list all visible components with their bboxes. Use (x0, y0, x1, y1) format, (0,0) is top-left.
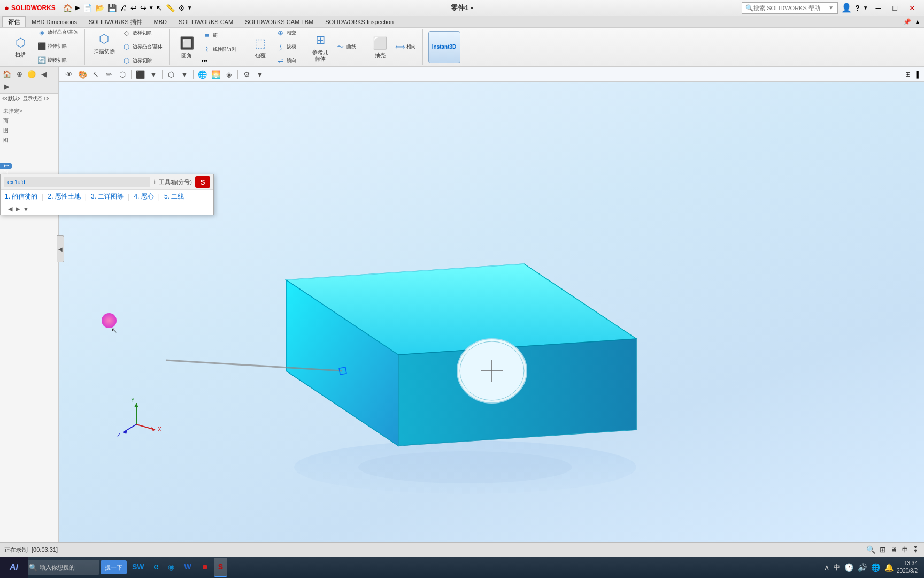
loft-cut-btn[interactable]: ◇ 放样切除 (119, 28, 165, 40)
expand-icon[interactable]: ▶ (74, 3, 81, 12)
zoom-icon[interactable]: 🔍 (866, 545, 875, 554)
tray-chevron-icon[interactable]: ∧ (823, 562, 830, 573)
close-btn[interactable]: ✕ (905, 3, 920, 13)
mirror-btn[interactable]: ⇌ 镜向 (273, 55, 298, 67)
tab-solidworks-cam[interactable]: SOLIDWORKS CAM (173, 16, 239, 27)
panel-next-icon[interactable]: ▶ (1, 80, 13, 92)
result-4[interactable]: 4. 恶心 (134, 192, 153, 201)
wrap-btn[interactable]: ⬚ 包覆 (249, 31, 272, 63)
new-doc-icon[interactable]: 📄 (82, 3, 93, 13)
measure-icon[interactable]: 📏 (165, 3, 176, 13)
settings-dropdown[interactable]: ▼ (187, 5, 192, 11)
direction-btn[interactable]: ⟺ 相向 (393, 41, 418, 54)
view-settings-dropdown[interactable]: ▼ (254, 69, 266, 80)
maximize-btn[interactable]: □ (889, 3, 902, 13)
hide-show-icon[interactable]: 👁 (63, 69, 75, 80)
feature-tab[interactable]: 特1 (0, 163, 12, 169)
viewport-3d[interactable]: X Y Z ↖ (59, 82, 924, 551)
instant3d-btn[interactable]: Instant3D (428, 31, 460, 63)
network-icon[interactable]: 🌐 (870, 562, 881, 573)
decal-icon[interactable]: ◈ (223, 69, 235, 80)
help-icon[interactable]: ? (855, 4, 860, 12)
loft-base-btn[interactable]: ◈ 放样凸台/基体 (34, 28, 80, 39)
mic-icon[interactable]: 🎙 (912, 545, 920, 554)
select-icon[interactable]: ↖ (90, 69, 102, 80)
print-icon[interactable]: 🖨 (119, 3, 128, 13)
pull-cut-btn[interactable]: ⬛ 拉伸切除 (34, 40, 80, 52)
view-mode-icon[interactable]: ⬡ (165, 69, 177, 80)
search-container[interactable]: 🔍 ▼ (742, 2, 838, 14)
tray-clock-icon[interactable]: 🕐 (843, 562, 854, 573)
speaker-icon[interactable]: 🔊 (857, 562, 868, 573)
tab-solidworks-cam-tbm[interactable]: SOLIDWORKS CAM TBM (239, 16, 319, 27)
border-base-btn[interactable]: ⬡ 边界凸台/基体 (119, 41, 165, 54)
autocomplete-input-display[interactable]: ex"tu'd (4, 177, 150, 187)
undo-icon[interactable]: ↩ (129, 3, 138, 13)
panel-prev-icon[interactable]: ◀ (38, 68, 50, 80)
view-settings-icon[interactable]: ⚙ (241, 69, 252, 80)
scan-cut-btn[interactable]: ⬡ 扫描切除 (90, 28, 118, 59)
shell-btn[interactable]: ⬜ 抽壳 (368, 31, 392, 63)
minimize-btn[interactable]: ─ (872, 3, 886, 13)
tab-solidworks-plugins[interactable]: SOLIDWORKS 插件 (83, 16, 148, 27)
fit-icon[interactable]: ⊞ (880, 545, 886, 554)
screen-icon[interactable]: 🖥 (890, 545, 898, 554)
result-3[interactable]: 3. 二详图等 (91, 192, 124, 201)
intersect-btn[interactable]: ⊕ 相交 (273, 28, 298, 40)
line-col-btn[interactable]: ⌇ 线性阵\n列 (199, 43, 238, 56)
tab-solidworks-inspection[interactable]: SOLIDWORKS Inspection (319, 16, 399, 27)
redo-icon[interactable]: ↪ (139, 3, 148, 13)
taskbar-app-ie[interactable]: e (150, 558, 163, 577)
tab-mbd[interactable]: MBD (148, 16, 173, 27)
draft-btn[interactable]: ⟆ 拔模 (273, 41, 298, 54)
border-cut-btn[interactable]: ⬡ 边界切除 (119, 55, 165, 67)
taskbar-search-btn[interactable]: 搜一下 (101, 560, 127, 574)
settings-icon[interactable]: ⚙ (177, 3, 186, 13)
taskbar-app-edge[interactable]: ◉ (164, 558, 179, 577)
solid-display-icon[interactable]: ⬛ (134, 69, 146, 80)
curve-btn[interactable]: 〜 曲线 (333, 41, 358, 54)
open-icon[interactable]: 📂 (94, 3, 105, 13)
taskbar-app-solidworks[interactable]: S (214, 558, 227, 577)
sketch-select-icon[interactable]: ✏ (103, 69, 115, 80)
pin-icon[interactable]: 📌 (902, 17, 912, 27)
result-1[interactable]: 1. 的信徒的 (5, 192, 37, 201)
result-2[interactable]: 2. 恶性土地 (48, 192, 80, 201)
help-dropdown[interactable]: ▼ (863, 5, 868, 11)
expand-ribbon-icon[interactable]: ▲ (913, 17, 922, 27)
search-input[interactable] (753, 5, 828, 11)
result-next-btn[interactable]: ▶ (14, 206, 21, 212)
more-btn[interactable]: ••• (199, 57, 238, 65)
feature-select-icon[interactable]: ⬡ (117, 69, 128, 80)
panel-home-icon[interactable]: 🏠 (1, 68, 13, 80)
appearance-icon[interactable]: 🎨 (76, 69, 88, 80)
cursor-select-icon[interactable]: ↖ (155, 3, 164, 13)
rotate-cut-btn[interactable]: 🔄 旋转切除 (34, 54, 80, 66)
ref-geom-btn[interactable]: ⊞ 参考几何体 (309, 31, 332, 63)
result-expand-btn[interactable]: ▼ (22, 206, 30, 212)
tab-mbd-dimensions[interactable]: MBD Dimensions (26, 16, 83, 27)
split-view-v-icon[interactable]: ▐ (913, 70, 920, 79)
split-view-h-icon[interactable]: ⊞ (904, 70, 912, 79)
taskbar-search[interactable]: 🔍 输入你想搜的 (25, 560, 99, 575)
tab-evaluate[interactable]: 评估 (2, 16, 26, 27)
search-dropdown[interactable]: ▼ (828, 5, 834, 11)
env-icon[interactable]: 🌅 (210, 69, 221, 80)
notification-icon[interactable]: 🔔 (883, 562, 895, 573)
home-icon[interactable]: 🏠 (62, 3, 73, 13)
scene-icon[interactable]: 🌐 (196, 69, 208, 80)
result-prev-btn[interactable]: ◀ (7, 206, 13, 212)
user-icon[interactable]: 👤 (841, 3, 852, 13)
view-mode-dropdown[interactable]: ▼ (179, 69, 190, 80)
panel-collapse-btn[interactable]: ◀ (57, 235, 64, 262)
save-icon[interactable]: 💾 (106, 3, 118, 13)
scan-btn[interactable]: ⬡ 扫描 (9, 30, 32, 62)
cn-input-icon[interactable]: 中 (833, 562, 841, 573)
panel-crosshair-icon[interactable]: ⊕ (13, 68, 25, 80)
taskbar-app-word[interactable]: W (180, 558, 195, 577)
taskbar-app-video[interactable]: ⏺ (197, 558, 213, 577)
panel-color-icon[interactable]: 🟡 (26, 68, 37, 80)
undo-dropdown[interactable]: ▼ (149, 5, 154, 11)
taskbar-app-solidworks-main[interactable]: SW (128, 558, 149, 577)
rib-btn[interactable]: ≡ 筋 (199, 29, 238, 42)
